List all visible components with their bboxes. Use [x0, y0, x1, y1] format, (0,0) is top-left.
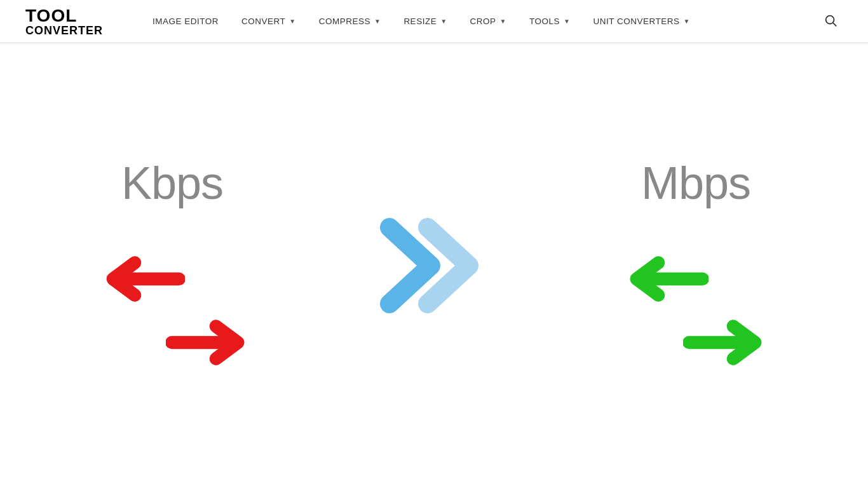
logo-line1: TOOL	[25, 7, 103, 25]
svg-line-1	[833, 23, 836, 26]
green-arrows-icon	[626, 234, 766, 374]
nav-resize[interactable]: RESIZE ▼	[392, 0, 458, 43]
right-unit-box: Mbps	[626, 157, 766, 374]
main-content: Kbps Mbps	[0, 43, 868, 488]
nav-tools[interactable]: TOOLS ▼	[518, 0, 581, 43]
chevron-down-icon: ▼	[564, 18, 570, 25]
chevron-down-icon: ▼	[500, 18, 506, 25]
green-left-arrow-icon	[626, 254, 709, 304]
red-right-arrow-icon	[166, 317, 248, 368]
right-unit-label: Mbps	[641, 157, 750, 209]
red-arrows-icon	[102, 234, 242, 374]
center-chevron-icon	[370, 202, 498, 329]
chevron-down-icon: ▼	[683, 18, 689, 25]
chevron-down-icon: ▼	[440, 18, 447, 25]
green-right-arrow-icon	[683, 317, 766, 368]
red-left-arrow-icon	[102, 254, 185, 304]
chevron-down-icon: ▼	[289, 18, 295, 25]
left-unit-label: Kbps	[121, 157, 223, 209]
logo-line2: CONVERTER	[25, 25, 103, 36]
left-unit-box: Kbps	[102, 157, 242, 374]
nav-convert[interactable]: CONVERT ▼	[230, 0, 308, 43]
nav-image-editor[interactable]: IMAGE EDITOR	[141, 0, 230, 43]
blue-double-chevron-icon	[370, 215, 498, 316]
logo[interactable]: TOOL CONVERTER	[25, 7, 103, 36]
nav-compress[interactable]: COMPRESS ▼	[308, 0, 393, 43]
search-button[interactable]	[818, 8, 843, 35]
chevron-down-icon: ▼	[374, 18, 381, 25]
main-nav: IMAGE EDITOR CONVERT ▼ COMPRESS ▼ RESIZE…	[141, 0, 818, 43]
svg-point-0	[826, 15, 834, 24]
search-icon	[824, 13, 837, 27]
nav-crop[interactable]: CROP ▼	[459, 0, 518, 43]
nav-unit-converters[interactable]: UNIT CONVERTERS ▼	[581, 0, 701, 43]
header: TOOL CONVERTER IMAGE EDITOR CONVERT ▼ CO…	[0, 0, 868, 43]
